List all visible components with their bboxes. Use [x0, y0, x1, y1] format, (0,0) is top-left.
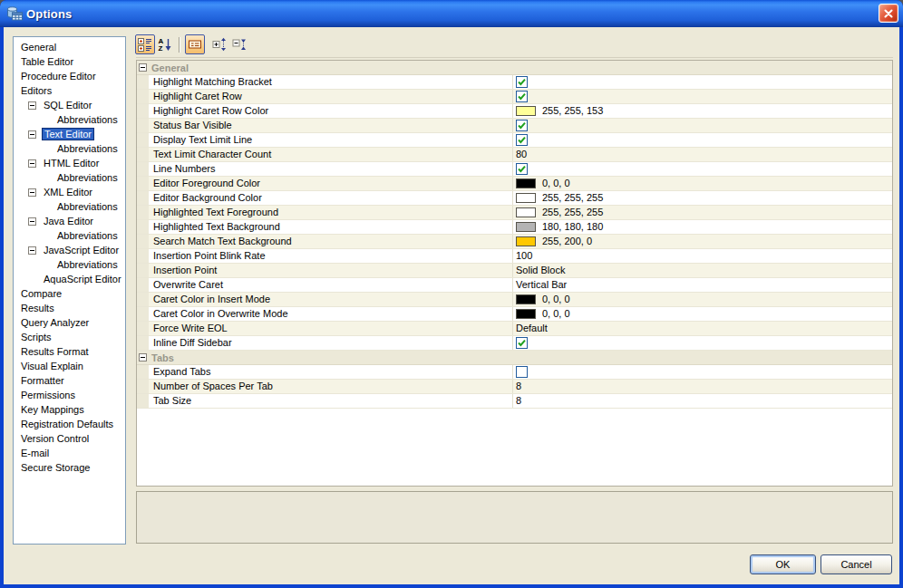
tree-collapse-minus-icon[interactable]: [28, 159, 36, 168]
property-value[interactable]: 80: [513, 148, 892, 161]
tree-item-label: Abbreviations: [55, 229, 120, 242]
checkbox-checked[interactable]: [516, 337, 528, 349]
color-swatch[interactable]: [516, 236, 536, 246]
property-value[interactable]: 255, 255, 255: [513, 191, 892, 205]
tree-item-e-mail[interactable]: E-mail: [14, 446, 125, 460]
tree-item-scripts[interactable]: Scripts: [14, 330, 125, 344]
tree-item-abbreviations[interactable]: Abbreviations: [14, 141, 125, 156]
value-text: 8: [516, 394, 521, 408]
property-value[interactable]: Vertical Bar: [513, 278, 892, 292]
tree-item-registration-defaults[interactable]: Registration Defaults: [14, 417, 125, 431]
value-text: 80: [516, 148, 527, 161]
tree-item-java-editor[interactable]: Java Editor: [14, 214, 125, 228]
collapse-all-icon: [232, 37, 247, 52]
property-value[interactable]: [513, 133, 892, 147]
property-value[interactable]: 8: [513, 380, 892, 393]
tree-collapse-minus-icon[interactable]: [28, 101, 36, 110]
property-value[interactable]: [513, 119, 892, 132]
show-description-button[interactable]: [185, 34, 205, 54]
tree-item-text-editor[interactable]: Text Editor: [14, 127, 125, 141]
tree-collapse-minus-icon[interactable]: [28, 130, 36, 139]
tree-item-html-editor[interactable]: HTML Editor: [14, 156, 125, 170]
property-value[interactable]: 255, 255, 153: [513, 104, 892, 118]
tree-item-aquascript-editor[interactable]: AquaScript Editor: [14, 272, 125, 286]
property-value[interactable]: Default: [513, 322, 892, 335]
checkbox-checked[interactable]: [516, 76, 528, 88]
property-value[interactable]: Solid Block: [513, 264, 892, 277]
tree-item-query-analyzer[interactable]: Query Analyzer: [14, 315, 125, 330]
color-swatch[interactable]: [516, 178, 536, 188]
tree-item-results-format[interactable]: Results Format: [14, 344, 125, 359]
tree-item-javascript-editor[interactable]: JavaScript Editor: [14, 243, 125, 257]
tree-item-visual-explain[interactable]: Visual Explain: [14, 359, 125, 373]
tree-item-permissions[interactable]: Permissions: [14, 388, 125, 402]
property-row: Expand Tabs: [137, 365, 892, 380]
tree-item-results[interactable]: Results: [14, 301, 125, 315]
row-gutter: [137, 220, 149, 234]
tree-item-key-mappings[interactable]: Key Mappings: [14, 402, 125, 417]
sort-alphabetical-button[interactable]: A Z: [155, 34, 175, 54]
checkbox-checked[interactable]: [516, 134, 528, 146]
color-swatch[interactable]: [516, 309, 536, 319]
property-value[interactable]: 0, 0, 0: [513, 307, 892, 321]
property-value[interactable]: 100: [513, 249, 892, 263]
tree-item-abbreviations[interactable]: Abbreviations: [14, 170, 125, 185]
group-collapse-minus-icon[interactable]: [139, 63, 147, 72]
tree-item-abbreviations[interactable]: Abbreviations: [14, 112, 125, 127]
tree-item-general[interactable]: General: [14, 40, 125, 54]
group-collapse-minus-icon[interactable]: [139, 353, 147, 361]
property-value[interactable]: 180, 180, 180: [513, 220, 892, 234]
tree-item-version-control[interactable]: Version Control: [14, 431, 125, 446]
checkbox-unchecked[interactable]: [516, 366, 528, 378]
tree-item-abbreviations[interactable]: Abbreviations: [14, 199, 125, 214]
property-name: Highlight Matching Bracket: [149, 75, 513, 89]
color-swatch[interactable]: [516, 106, 536, 116]
property-grid: GeneralHighlight Matching BracketHighlig…: [136, 60, 893, 487]
property-value[interactable]: 0, 0, 0: [513, 293, 892, 306]
tree-item-formatter[interactable]: Formatter: [14, 373, 125, 388]
property-value[interactable]: 8: [513, 394, 892, 408]
titlebar[interactable]: Options: [0, 0, 903, 27]
tree-item-label: JavaScript Editor: [42, 244, 121, 256]
tree-item-abbreviations[interactable]: Abbreviations: [14, 257, 125, 272]
property-value[interactable]: 255, 255, 255: [513, 206, 892, 219]
property-row: Number of Spaces Per Tab8: [137, 380, 892, 394]
tree-collapse-minus-icon[interactable]: [28, 246, 36, 255]
expand-all-button[interactable]: [209, 34, 229, 54]
property-value[interactable]: [513, 75, 892, 89]
tree-collapse-minus-icon[interactable]: [28, 188, 36, 197]
cancel-button[interactable]: Cancel: [820, 554, 892, 574]
categorized-button[interactable]: [135, 34, 155, 54]
property-value[interactable]: [513, 90, 892, 103]
row-gutter: [137, 307, 149, 321]
property-value[interactable]: [513, 336, 892, 350]
tree-item-procedure-editor[interactable]: Procedure Editor: [14, 69, 125, 83]
tree-collapse-minus-icon[interactable]: [28, 217, 36, 226]
tree-item-editors[interactable]: Editors: [14, 83, 125, 98]
property-row: Editor Background Color255, 255, 255: [137, 191, 892, 206]
tree-item-sql-editor[interactable]: SQL Editor: [14, 98, 125, 112]
tree-item-compare[interactable]: Compare: [14, 286, 125, 301]
collapse-all-button[interactable]: [229, 34, 249, 54]
checkbox-checked[interactable]: [516, 91, 528, 102]
color-swatch[interactable]: [516, 193, 536, 203]
color-swatch[interactable]: [516, 294, 536, 304]
property-name: Inline Diff Sidebar: [149, 336, 513, 350]
property-value[interactable]: 255, 200, 0: [513, 235, 892, 248]
tree-item-table-editor[interactable]: Table Editor: [14, 54, 125, 69]
value-text: Default: [516, 322, 548, 335]
checkbox-checked[interactable]: [516, 163, 528, 175]
tree-item-secure-storage[interactable]: Secure Storage: [14, 460, 125, 475]
tree-item-label: Registration Defaults: [19, 418, 115, 430]
close-button[interactable]: [879, 4, 898, 23]
tree-item-abbreviations[interactable]: Abbreviations: [14, 228, 125, 243]
tree-item-label: Secure Storage: [19, 461, 92, 474]
color-swatch[interactable]: [516, 207, 536, 217]
color-swatch[interactable]: [516, 222, 536, 232]
property-value[interactable]: [513, 365, 892, 379]
checkbox-checked[interactable]: [516, 120, 528, 131]
ok-button[interactable]: OK: [750, 554, 816, 574]
tree-item-xml-editor[interactable]: XML Editor: [14, 185, 125, 199]
property-value[interactable]: 0, 0, 0: [513, 177, 892, 190]
property-value[interactable]: [513, 162, 892, 176]
